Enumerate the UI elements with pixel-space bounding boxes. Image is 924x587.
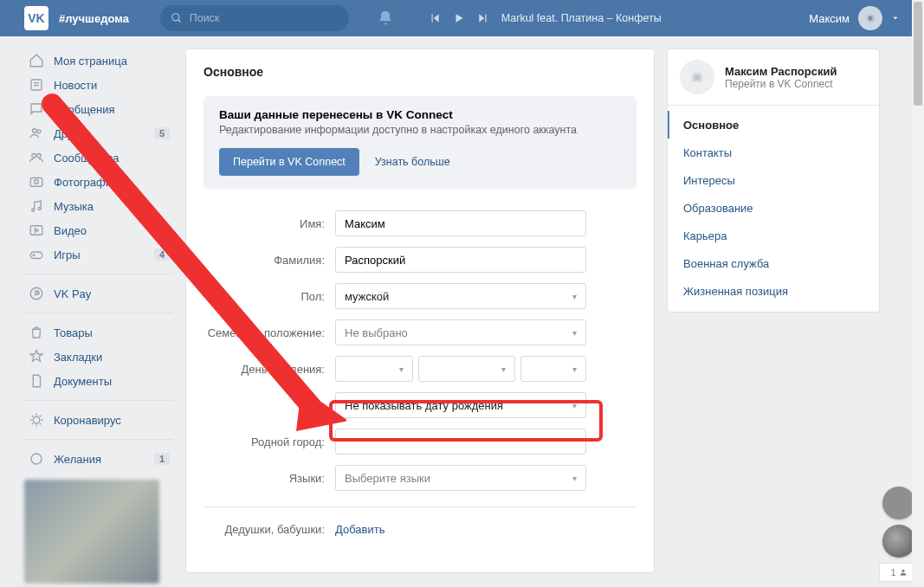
nav-badge: 5 <box>154 127 170 139</box>
nav-msg[interactable]: Сообщения <box>24 97 173 121</box>
svg-point-28 <box>31 454 42 464</box>
tab-6[interactable]: Жизненная позиция <box>668 277 879 305</box>
nav-separator <box>24 274 173 274</box>
video-icon <box>28 223 45 238</box>
nav-groups[interactable]: Сообщества <box>24 145 173 170</box>
bday-day-select[interactable]: ▾ <box>335 356 413 382</box>
svg-point-32 <box>901 570 904 572</box>
nav-home[interactable]: Моя страница <box>24 48 173 73</box>
photo-icon <box>28 174 45 190</box>
surname-label: Фамилия: <box>204 254 335 267</box>
avatar-icon <box>858 6 882 30</box>
nav-photo[interactable]: Фотографии <box>24 170 173 194</box>
nav-separator <box>24 313 173 313</box>
prev-icon[interactable] <box>429 12 441 24</box>
banner-subtext: Редактирование информации доступно в нас… <box>219 124 621 136</box>
svg-point-7 <box>37 130 41 133</box>
svg-rect-15 <box>30 252 42 259</box>
languages-select[interactable]: Выберите языки▾ <box>335 465 586 491</box>
nav-news[interactable]: Новости <box>24 73 173 97</box>
market-icon <box>28 325 45 340</box>
bday-label: День рождения: <box>204 363 335 376</box>
add-grandparents-link[interactable]: Добавить <box>335 523 384 536</box>
user-name: Максим <box>809 12 850 25</box>
covid-icon <box>28 412 45 428</box>
vk-connect-banner: Ваши данные перенесены в VK Connect Реда… <box>204 96 636 190</box>
next-icon[interactable] <box>477 12 489 24</box>
tab-1[interactable]: Контакты <box>668 139 879 166</box>
nav-label: Игры <box>54 248 81 261</box>
nav-music[interactable]: Музыка <box>24 194 173 218</box>
hometown-input[interactable] <box>335 429 586 455</box>
home-icon <box>28 53 45 68</box>
profile-box[interactable]: Максим Распорский Перейти в VK Connect <box>668 49 879 106</box>
nav-label: Товары <box>54 326 93 339</box>
main-panel: Основное Ваши данные перенесены в VK Con… <box>185 48 655 573</box>
tab-3[interactable]: Образование <box>668 194 879 222</box>
nav-covid[interactable]: Коронавирус <box>24 408 173 432</box>
scrollbar-rail[interactable] <box>912 0 924 587</box>
wishes-icon <box>28 451 45 467</box>
scrollbar-thumb[interactable] <box>914 2 922 106</box>
svg-point-2 <box>868 16 873 21</box>
bell-icon[interactable] <box>377 10 394 27</box>
nav-pay[interactable]: VK Pay <box>24 281 173 306</box>
profile-subtext: Перейти в VK Connect <box>725 78 837 90</box>
tab-4[interactable]: Карьера <box>668 222 879 249</box>
pay-icon <box>28 286 45 301</box>
bday-year-select[interactable]: ▾ <box>520 356 586 382</box>
profile-name: Максим Распорский <box>725 65 837 78</box>
docs-icon <box>28 373 45 389</box>
languages-label: Языки: <box>204 472 335 485</box>
nav-video[interactable]: Видео <box>24 218 173 242</box>
camera-icon <box>680 60 714 94</box>
music-icon <box>28 198 45 214</box>
gender-select[interactable]: мужской▾ <box>335 283 586 309</box>
nav-friends[interactable]: Друзья5 <box>24 121 173 145</box>
bday-month-select[interactable]: ▾ <box>418 356 515 382</box>
divider <box>204 506 636 507</box>
surname-input[interactable] <box>335 247 586 273</box>
marital-select[interactable]: Не выбрано▾ <box>335 319 586 345</box>
name-label: Имя: <box>204 217 335 230</box>
bday-visibility-select[interactable]: Не показывать дату рождения▾ <box>335 392 586 418</box>
goto-vk-connect-button[interactable]: Перейти в VK Connect <box>219 148 359 176</box>
gender-label: Пол: <box>204 290 335 303</box>
tab-0[interactable]: Основное <box>668 111 879 139</box>
tab-2[interactable]: Интересы <box>668 166 879 194</box>
nav-docs[interactable]: Документы <box>24 369 173 393</box>
banner-title: Ваши данные перенесены в VK Connect <box>219 108 621 121</box>
nav-market[interactable]: Товары <box>24 320 173 345</box>
svg-point-19 <box>33 416 40 423</box>
person-icon <box>899 568 908 577</box>
friends-icon <box>28 126 45 141</box>
play-icon[interactable] <box>453 12 465 24</box>
chat-avatar[interactable] <box>882 487 915 519</box>
nav-bookmarks[interactable]: Закладки <box>24 345 173 369</box>
search-icon <box>171 12 183 24</box>
track-title[interactable]: Markul feat. Платина – Конфеты <box>501 12 662 24</box>
tagline: #лучшедома <box>59 12 129 25</box>
svg-point-8 <box>32 154 36 158</box>
tab-5[interactable]: Военная служба <box>668 249 879 277</box>
learn-more-link[interactable]: Узнать больше <box>375 156 450 168</box>
chat-avatar[interactable] <box>882 525 915 558</box>
vk-logo[interactable]: VK <box>24 6 48 30</box>
svg-point-0 <box>172 14 179 21</box>
nav-wishes[interactable]: Желания1 <box>24 447 173 471</box>
user-menu[interactable]: Максим <box>809 6 915 30</box>
svg-line-1 <box>178 20 181 23</box>
name-input[interactable] <box>335 210 586 236</box>
left-nav: Моя страницаНовостиСообщенияДрузья5Сообщ… <box>24 48 173 584</box>
chevron-down-icon <box>891 14 900 23</box>
nav-label: VK Pay <box>54 287 91 300</box>
svg-line-27 <box>40 416 42 417</box>
search-input[interactable] <box>190 12 339 24</box>
nav-label: Фотографии <box>54 176 118 189</box>
search-box[interactable] <box>160 5 349 31</box>
svg-point-6 <box>33 129 37 133</box>
nav-games[interactable]: Игры4 <box>24 242 173 267</box>
svg-rect-14 <box>30 226 42 235</box>
nav-promo-thumb[interactable] <box>24 480 159 584</box>
nav-separator <box>24 439 173 440</box>
